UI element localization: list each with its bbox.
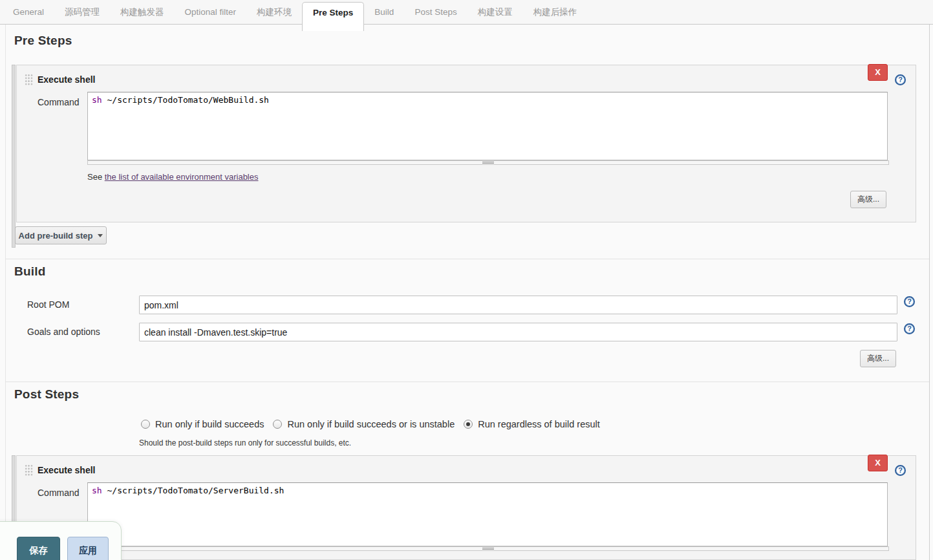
env-hint-prefix: See — [87, 172, 105, 182]
command-label: Command — [38, 97, 80, 107]
tab-post-build-actions[interactable]: 构建后操作 — [523, 0, 588, 24]
add-pre-build-step-button[interactable]: Add pre-build step — [15, 226, 107, 244]
drag-handle-icon[interactable] — [25, 464, 33, 476]
resize-grip-icon — [482, 162, 494, 164]
root-pom-input[interactable] — [139, 296, 897, 314]
radio-label[interactable]: Run only if build succeeds or is unstabl… — [287, 419, 455, 429]
build-heading: Build — [14, 264, 46, 279]
radio-label[interactable]: Run only if build succeeds — [155, 419, 264, 429]
help-icon[interactable]: ? — [895, 465, 906, 476]
tab-post-steps[interactable]: Post Steps — [404, 0, 467, 24]
caret-down-icon — [98, 234, 103, 237]
radio-run-if-succeeds-or-unstable[interactable] — [273, 420, 282, 429]
tab-build-environment[interactable]: 构建环境 — [246, 0, 302, 24]
help-icon[interactable]: ? — [895, 74, 906, 85]
command-text: ~/scripts/TodoTomato/ServerBuild.sh — [102, 486, 284, 495]
command-label: Command — [38, 488, 80, 498]
shell-keyword: sh — [92, 95, 102, 105]
section-divider — [6, 259, 929, 259]
pre-steps-heading: Pre Steps — [14, 34, 72, 48]
help-icon[interactable]: ? — [904, 296, 915, 307]
env-variables-hint: See the list of available environment va… — [87, 172, 259, 182]
radio-label[interactable]: Run regardless of build result — [478, 419, 600, 429]
tab-build-triggers[interactable]: 构建触发器 — [110, 0, 175, 24]
drag-handle-icon[interactable] — [25, 74, 33, 85]
goals-and-options-input[interactable] — [139, 323, 897, 341]
jenkins-job-config-page: General 源码管理 构建触发器 Optional filter 构建环境 … — [0, 0, 933, 560]
radio-run-regardless[interactable] — [464, 420, 473, 429]
help-icon[interactable]: ? — [904, 323, 915, 334]
tab-pre-steps[interactable]: Pre Steps — [302, 2, 364, 31]
tab-optional-filter[interactable]: Optional filter — [175, 0, 247, 24]
radio-run-only-if-succeeds[interactable] — [141, 420, 150, 429]
root-pom-label: Root POM — [27, 299, 69, 310]
section-divider — [6, 382, 929, 382]
command-editor[interactable]: sh ~/scripts/TodoTomato/ServerBuild.sh — [87, 482, 888, 546]
save-button[interactable]: 保存 — [17, 537, 60, 560]
page-left-edge — [5, 25, 6, 560]
advanced-button[interactable]: 高级... — [860, 350, 896, 367]
config-tab-bar: General 源码管理 构建触发器 Optional filter 构建环境 … — [0, 0, 933, 25]
delete-step-button[interactable]: X — [868, 455, 888, 471]
env-variables-link[interactable]: the list of available environment variab… — [105, 172, 259, 182]
advanced-button[interactable]: 高级... — [850, 191, 886, 208]
command-editor[interactable]: sh ~/scripts/TodoTomato/WebBuild.sh — [87, 92, 888, 160]
resize-handle[interactable] — [87, 160, 889, 165]
goals-and-options-label: Goals and options — [27, 327, 100, 337]
post-steps-heading: Post Steps — [14, 387, 79, 402]
add-pre-build-step-label: Add pre-build step — [19, 231, 93, 241]
resize-grip-icon — [482, 548, 494, 550]
step-drag-strip[interactable] — [12, 65, 16, 248]
step-title: Execute shell — [38, 74, 96, 85]
post-steps-condition-radios: Run only if build succeeds Run only if b… — [141, 419, 604, 429]
resize-handle[interactable] — [87, 546, 889, 551]
apply-button[interactable]: 应用 — [67, 537, 109, 560]
tab-general[interactable]: General — [3, 0, 54, 24]
shell-keyword: sh — [92, 486, 102, 495]
tab-build[interactable]: Build — [364, 0, 404, 24]
delete-step-button[interactable]: X — [868, 64, 888, 81]
post-steps-help-text: Should the post-build steps run only for… — [139, 438, 351, 447]
step-title: Execute shell — [38, 465, 96, 475]
tab-source-management[interactable]: 源码管理 — [54, 0, 110, 24]
tab-build-settings[interactable]: 构建设置 — [467, 0, 523, 24]
command-text: ~/scripts/TodoTomato/WebBuild.sh — [102, 95, 269, 105]
save-apply-panel: 保存 应用 — [0, 521, 122, 560]
page-right-edge — [929, 25, 930, 560]
